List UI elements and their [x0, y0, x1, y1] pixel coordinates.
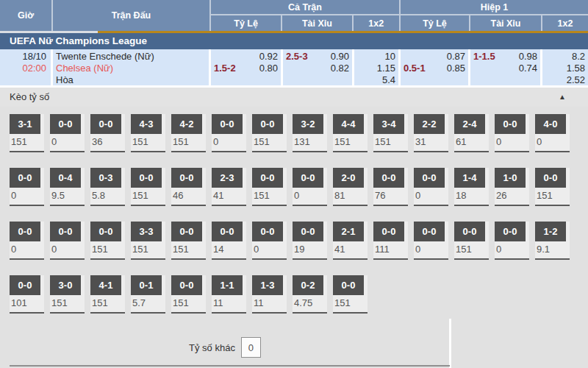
score-button[interactable]: 0-0 — [373, 168, 404, 188]
score-odds[interactable]: 0 — [252, 241, 287, 255]
score-button[interactable]: 0-0 — [50, 222, 81, 241]
score-odds[interactable]: 31 — [414, 134, 448, 147]
score-button[interactable]: 1-4 — [454, 168, 485, 188]
score-button[interactable]: 3-0 — [50, 275, 81, 295]
score-odds[interactable]: 151 — [10, 134, 44, 147]
score-button[interactable]: 0-1 — [131, 275, 162, 295]
score-button[interactable]: 2-2 — [414, 114, 445, 134]
score-odds[interactable]: 4.75 — [293, 295, 327, 308]
odds-half-hdp-away[interactable]: 0.85 — [447, 63, 465, 74]
score-odds[interactable]: 151 — [131, 241, 165, 255]
score-odds[interactable]: 151 — [131, 188, 165, 201]
score-button[interactable]: 0-0 — [252, 114, 283, 134]
score-odds-section-header[interactable]: Kèo tỷ số ▲ — [0, 88, 588, 107]
score-odds[interactable]: 151 — [50, 295, 85, 308]
score-button[interactable]: 4-1 — [90, 275, 121, 295]
score-odds[interactable]: 151 — [90, 241, 125, 255]
odds-full-over[interactable]: 0.90 — [331, 51, 349, 63]
score-odds[interactable]: 76 — [373, 188, 408, 201]
score-odds[interactable]: 151 — [373, 134, 408, 147]
score-button[interactable]: 0-0 — [454, 222, 485, 241]
score-button[interactable]: 3-3 — [131, 222, 162, 241]
score-odds[interactable]: 41 — [212, 188, 246, 201]
other-score-input[interactable] — [241, 337, 261, 358]
odds-full-hdp-home[interactable]: 0.92 — [259, 51, 278, 63]
score-button[interactable]: 0-3 — [90, 168, 121, 188]
score-odds[interactable]: 61 — [454, 134, 489, 147]
score-odds[interactable]: 101 — [10, 295, 44, 308]
score-button[interactable]: 0-0 — [131, 168, 162, 188]
score-odds[interactable]: 36 — [90, 134, 125, 147]
score-odds[interactable]: 151 — [333, 134, 368, 147]
score-button[interactable]: 0-0 — [212, 222, 243, 241]
score-odds[interactable]: 81 — [333, 188, 368, 201]
score-button[interactable]: 0-0 — [252, 168, 283, 188]
score-odds[interactable]: 111 — [373, 241, 408, 255]
score-button[interactable]: 2-1 — [333, 222, 364, 241]
score-button[interactable]: 4-3 — [131, 114, 162, 134]
score-button[interactable]: 0-0 — [90, 114, 121, 134]
score-button[interactable]: 0-0 — [171, 275, 202, 295]
score-odds[interactable]: 0 — [495, 241, 529, 255]
score-odds[interactable]: 26 — [495, 188, 529, 201]
score-button[interactable]: 0-0 — [333, 275, 364, 295]
score-odds[interactable]: 0 — [495, 134, 529, 147]
score-odds[interactable]: 131 — [293, 134, 327, 147]
score-button[interactable]: 0-0 — [252, 222, 283, 241]
score-button[interactable]: 3-4 — [373, 114, 404, 134]
score-odds[interactable]: 19 — [293, 241, 327, 255]
score-button[interactable]: 0-0 — [414, 168, 445, 188]
odds-half-1[interactable]: 8.2 — [572, 51, 585, 63]
score-odds[interactable]: 0 — [293, 188, 327, 201]
score-button[interactable]: 4-0 — [535, 114, 566, 134]
score-odds[interactable]: 9.5 — [50, 188, 85, 201]
score-odds[interactable]: 0 — [50, 241, 85, 255]
odds-full-2[interactable]: 1.15 — [377, 63, 395, 74]
score-odds[interactable]: 0 — [535, 134, 570, 147]
score-button[interactable]: 0-0 — [90, 222, 121, 241]
score-odds[interactable]: 14 — [212, 241, 246, 255]
score-button[interactable]: 4-2 — [171, 114, 202, 134]
odds-half-2[interactable]: 1.58 — [567, 63, 585, 74]
odds-half-under[interactable]: 0.74 — [519, 63, 537, 74]
odds-half-hdp-home[interactable]: 0.87 — [447, 51, 465, 63]
score-odds[interactable]: 151 — [252, 134, 287, 147]
score-odds[interactable]: 151 — [171, 295, 206, 308]
score-odds[interactable]: 0 — [414, 241, 448, 255]
score-button[interactable]: 0-0 — [495, 114, 526, 134]
score-odds[interactable]: 151 — [454, 241, 489, 255]
collapse-arrow-icon[interactable]: ▲ — [559, 88, 566, 107]
score-odds[interactable]: 11 — [212, 295, 246, 308]
odds-full-1[interactable]: 10 — [385, 51, 395, 63]
score-button[interactable]: 3-1 — [10, 114, 40, 134]
score-odds[interactable]: 151 — [90, 295, 125, 308]
score-button[interactable]: 0-0 — [50, 114, 81, 134]
score-button[interactable]: 0-0 — [293, 222, 323, 241]
odds-half-x[interactable]: 2.52 — [567, 74, 585, 86]
score-odds[interactable]: 0 — [10, 241, 44, 255]
score-odds[interactable]: 151 — [171, 134, 206, 147]
score-button[interactable]: 2-0 — [333, 168, 364, 188]
odds-full-x[interactable]: 5.4 — [382, 74, 395, 86]
score-button[interactable]: 0-0 — [10, 168, 40, 188]
score-button[interactable]: 1-3 — [252, 275, 283, 295]
score-button[interactable]: 0-0 — [212, 114, 243, 134]
score-odds[interactable]: 151 — [252, 188, 287, 201]
score-odds[interactable]: 0 — [10, 188, 44, 201]
score-odds[interactable]: 5.7 — [131, 295, 165, 308]
score-button[interactable]: 0-4 — [50, 168, 81, 188]
odds-full-under[interactable]: 0.82 — [331, 63, 349, 74]
score-odds[interactable]: 0 — [212, 134, 246, 147]
score-odds[interactable]: 151 — [535, 188, 570, 201]
score-button[interactable]: 0-0 — [171, 168, 202, 188]
score-odds[interactable]: 151 — [131, 134, 165, 147]
score-odds[interactable]: 9.1 — [535, 241, 570, 255]
score-odds[interactable]: 18 — [454, 188, 489, 201]
score-odds[interactable]: 41 — [333, 241, 368, 255]
score-button[interactable]: 0-2 — [293, 275, 323, 295]
score-button[interactable]: 4-4 — [333, 114, 364, 134]
score-button[interactable]: 1-2 — [535, 222, 566, 241]
score-button[interactable]: 1-1 — [212, 275, 243, 295]
score-button[interactable]: 0-0 — [171, 222, 202, 241]
score-button[interactable]: 0-0 — [535, 168, 566, 188]
